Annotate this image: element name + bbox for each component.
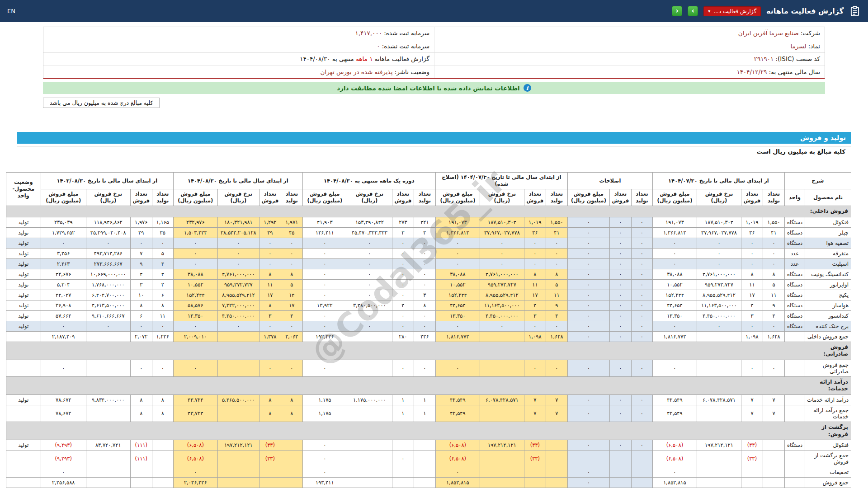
value-cell: ۱,۸۱۶,۷۷۴ <box>435 331 480 342</box>
value-cell: ۱,۸۵۲,۸۱۵ <box>652 478 697 488</box>
value-cell: (۶,۵۰۸) <box>173 450 217 467</box>
status-cell: تولید <box>6 248 41 258</box>
symbol-value: لسرما <box>791 42 807 50</box>
value-cell <box>392 467 414 478</box>
value-cell <box>414 478 435 488</box>
value-cell: ۸,۹۵۵,۵۲۹,۴۱۲ <box>217 290 259 300</box>
product-name-cell: جمع فروش داخلی <box>805 331 851 342</box>
value-cell: ۰ <box>546 258 567 269</box>
table-row: جمع فروش صادراتی۰۰۰۰۰۰۰۰۰۰۰۰۰۰۰۰۰۰ <box>6 360 851 376</box>
value-cell: ۰ <box>480 258 524 269</box>
next-report-button[interactable]: › <box>688 6 698 16</box>
column-header: مبلغ فروش (میلیون ریال) <box>435 189 480 206</box>
value-cell: ۵ <box>763 279 784 290</box>
table-row: کندانسینگ یونیتدستگاه۸۸۴,۷۶۱,۰۰۰,۰۰۰۳۸,۰… <box>6 269 851 279</box>
value-cell: ۰ <box>347 321 392 331</box>
value-cell: ۰ <box>567 321 609 331</box>
value-cell <box>546 440 567 450</box>
unit-cell: عدد <box>784 258 805 269</box>
value-cell: ۰ <box>631 279 652 290</box>
value-cell: ۴۱,۹۰۳ <box>302 217 347 227</box>
value-cell: ۰ <box>347 258 392 269</box>
value-cell: ۲,۲۵۶,۵۸۸ <box>41 478 86 488</box>
report-period-label: گزارش فعالیت ماهانه <box>375 55 429 62</box>
value-cell: ۰ <box>697 321 741 331</box>
value-cell: ۸ <box>259 405 281 422</box>
isic-value: ۲۹۱۹۰۱ <box>754 55 774 62</box>
value-cell: ۰ <box>302 450 347 467</box>
signature-match-notice: i اطلاعات نمایش داده شده با اطلاعات امضا… <box>43 82 825 94</box>
value-cell: ۱۷ <box>524 290 546 300</box>
value-cell: ۳ <box>130 279 152 290</box>
value-cell: ۱۷ <box>281 300 302 310</box>
table-row: جمع درآمد ارائه خدمات۷۷۴۲,۵۴۹۰۰۰۷۷۴۲,۵۴۹… <box>6 405 851 422</box>
info-row: شرکت: صنایع سرما آفرین ایران سرمایه ثبت … <box>43 27 825 40</box>
product-name-cell: تصفیه هوا <box>805 238 851 248</box>
status-cell: تولید <box>6 321 41 331</box>
value-cell <box>259 467 281 478</box>
value-cell: ۰ <box>302 321 347 331</box>
product-name-cell: اواپراتور <box>805 279 851 290</box>
value-cell: ۰ <box>414 238 435 248</box>
product-name-cell: فنکوئل <box>805 440 851 450</box>
unit-cell <box>784 360 805 376</box>
value-cell: ۰ <box>567 279 609 290</box>
section-label-cell: فروش داخلی: <box>6 206 851 217</box>
value-cell: ۰ <box>524 238 546 248</box>
value-cell: ۰ <box>763 248 784 258</box>
value-cell: ۰ <box>173 258 217 269</box>
value-cell: ۴ <box>741 300 763 310</box>
english-language-link[interactable]: EN <box>7 8 15 14</box>
value-cell: ۵ <box>152 248 173 258</box>
unit-cell: دستگاه <box>784 300 805 310</box>
production-sales-table: شرح از ابتدای سال مالی تا تاریخ ۱۴۰۴/۰۷/… <box>6 172 851 488</box>
value-cell: ۳,۴۵۶ <box>41 248 86 258</box>
value-cell: ۰ <box>567 360 609 376</box>
value-cell: ۰ <box>41 321 86 331</box>
value-cell <box>130 467 152 478</box>
fiscal-year-value: ۱۴۰۴/۱۲/۲۹ <box>736 68 767 75</box>
value-cell: ۰ <box>173 321 217 331</box>
production-sales-header: تولید و فروش <box>17 132 851 144</box>
value-cell: ۱۱ <box>741 279 763 290</box>
value-cell: ۱,۶۲۸ <box>763 331 784 342</box>
value-cell: ۰ <box>652 360 697 376</box>
value-cell: ۸ <box>281 269 302 279</box>
value-cell: ۷ <box>741 394 763 405</box>
product-name-cell: جمع درآمد ارائه خدمات <box>805 405 851 422</box>
company-value: صنایع سرما آفرین ایران <box>738 29 799 37</box>
column-header: مبلغ فروش (میلیون ریال) <box>652 189 697 206</box>
table-row: متفرقهعدد۰۰۰۰۰۰۰۰۰۰۰۰۰۰۰۰۰۰۰۵۷۴۹۳,۷۱۴,۲۸… <box>6 248 851 258</box>
value-cell: (۹,۲۹۳) <box>41 440 86 450</box>
report-type-dropdown[interactable]: گزارش فعالیت د... ▾ <box>703 6 761 16</box>
value-cell: ۰ <box>259 238 281 248</box>
value-cell: ۱۰ <box>130 290 152 300</box>
value-cell <box>217 360 259 376</box>
value-cell: ۰ <box>302 440 347 450</box>
value-cell: ۴۵ <box>281 227 302 238</box>
value-cell: ۰ <box>217 248 259 258</box>
value-cell: ۰ <box>567 227 609 238</box>
value-cell <box>524 478 546 488</box>
signature-match-text: اطلاعات نمایش داده شده با اطلاعات امضا ش… <box>337 84 520 92</box>
previous-report-button[interactable]: ‹ <box>672 6 682 16</box>
value-cell: ۰ <box>567 405 609 422</box>
value-cell: ۰ <box>546 238 567 248</box>
value-cell <box>609 450 631 467</box>
value-cell: ۱,۰۱۹ <box>524 217 546 227</box>
value-cell: ۰ <box>414 258 435 269</box>
value-cell: ۰ <box>631 269 652 279</box>
value-cell: ۱۷ <box>259 290 281 300</box>
column-header: تعداد فروش <box>259 189 281 206</box>
value-cell: ۱,۰۱۹ <box>741 217 763 227</box>
value-cell <box>414 450 435 467</box>
status-cell <box>6 360 41 376</box>
value-cell <box>763 467 784 478</box>
symbol-cell: نماد: لسرما <box>434 40 825 53</box>
column-header: تعداد تولید <box>414 189 435 206</box>
value-cell: ۰ <box>302 279 347 290</box>
unit-cell: دستگاه <box>784 321 805 331</box>
value-cell: (۳۳) <box>259 450 281 467</box>
status-cell <box>6 467 41 478</box>
value-cell: ۰ <box>392 258 414 269</box>
